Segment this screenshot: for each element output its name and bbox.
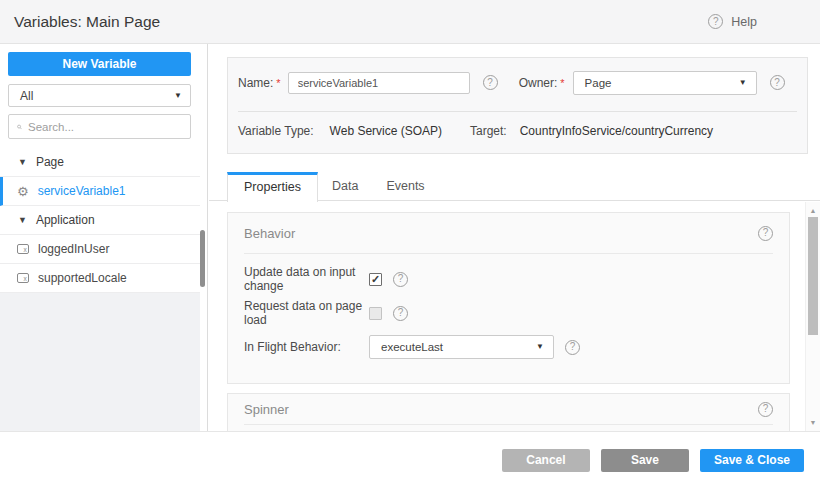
property-label: Request data on page load bbox=[244, 299, 369, 327]
required-asterisk: * bbox=[276, 77, 280, 89]
new-variable-button[interactable]: New Variable bbox=[8, 52, 191, 76]
sidebar-scrollbar-thumb[interactable] bbox=[200, 230, 205, 287]
target-label: Target: bbox=[470, 124, 507, 138]
spinner-help-icon[interactable]: ? bbox=[758, 402, 773, 417]
property-help-icon[interactable]: ? bbox=[393, 306, 408, 321]
page-title: Variables: Main Page bbox=[14, 0, 160, 43]
variable-filter-select[interactable]: All ▼ bbox=[8, 84, 191, 107]
behavior-section: Behavior ? Update data on input change ✓… bbox=[227, 212, 790, 384]
behavior-section-header: Behavior ? bbox=[228, 213, 789, 253]
property-help-icon[interactable]: ? bbox=[393, 272, 408, 287]
sidebar-empty-area bbox=[0, 293, 200, 431]
scroll-up-arrow-icon[interactable]: ▲ bbox=[806, 207, 820, 214]
behavior-help-icon[interactable]: ? bbox=[758, 226, 773, 241]
name-input[interactable] bbox=[288, 72, 470, 94]
chevron-down-icon: ▼ bbox=[739, 79, 747, 87]
search-input[interactable] bbox=[28, 121, 182, 133]
tree-group-application[interactable]: ▼ Application bbox=[0, 206, 200, 235]
behavior-section-title: Behavior bbox=[244, 226, 758, 241]
properties-scroll-area: Behavior ? Update data on input change ✓… bbox=[209, 202, 805, 431]
variable-type-group: Variable Type: Web Service (SOAP) bbox=[238, 124, 470, 138]
search-icon bbox=[17, 121, 22, 133]
save-button[interactable]: Save bbox=[601, 449, 689, 472]
svg-text:x: x bbox=[23, 246, 27, 253]
tree-group-label: Application bbox=[36, 213, 95, 227]
variable-type-label: Variable Type: bbox=[238, 124, 314, 138]
detail-tabs: Properties Data Events bbox=[209, 172, 820, 201]
variable-summary-panel: Name: * ? Owner: * Page ▼ ? Variable Typ… bbox=[227, 57, 808, 154]
property-row-request-data: Request data on page load ? bbox=[244, 296, 773, 330]
filter-value: All bbox=[20, 89, 174, 103]
save-and-close-button[interactable]: Save & Close bbox=[700, 449, 804, 472]
owner-help-icon[interactable]: ? bbox=[770, 75, 785, 90]
chevron-down-icon: ▼ bbox=[174, 92, 182, 100]
tree-group-label: Page bbox=[36, 155, 64, 169]
in-flight-behavior-select[interactable]: executeLast ▼ bbox=[369, 335, 554, 359]
service-variable-icon: ⚙ bbox=[17, 185, 29, 198]
spinner-section-title: Spinner bbox=[244, 402, 758, 417]
tab-events[interactable]: Events bbox=[372, 172, 438, 200]
help-circle-icon: ? bbox=[708, 14, 723, 29]
section-divider bbox=[244, 424, 773, 425]
footer-buttons: Cancel Save Save & Close bbox=[502, 449, 804, 472]
caret-down-icon: ▼ bbox=[18, 157, 27, 167]
svg-text:x: x bbox=[23, 275, 27, 282]
variable-search[interactable] bbox=[8, 114, 191, 139]
behavior-rows: Update data on input change ✓ ? Request … bbox=[228, 254, 789, 364]
tree-item-label: loggedInUser bbox=[38, 242, 109, 256]
variable-tree: ▼ Page ⚙ serviceVariable1 ▼ Application … bbox=[0, 148, 200, 293]
property-help-icon[interactable]: ? bbox=[565, 340, 580, 355]
static-variable-icon: x bbox=[17, 243, 29, 255]
main-scrollbar-thumb[interactable] bbox=[808, 217, 818, 335]
scroll-down-arrow-icon[interactable]: ▼ bbox=[806, 419, 820, 426]
dialog-header: Variables: Main Page ? Help bbox=[0, 0, 820, 44]
owner-label: Owner: bbox=[519, 76, 558, 90]
static-variable-icon: x bbox=[17, 272, 29, 284]
variable-detail-panel: Name: * ? Owner: * Page ▼ ? Variable Typ… bbox=[209, 44, 820, 431]
tree-item-label: supportedLocale bbox=[38, 271, 127, 285]
property-row-update-data: Update data on input change ✓ ? bbox=[244, 262, 773, 296]
variables-sidebar: New Variable All ▼ ▼ Page ⚙ serviceVaria… bbox=[0, 44, 208, 431]
tree-item-servicevariable1[interactable]: ⚙ serviceVariable1 bbox=[0, 177, 200, 206]
help-link[interactable]: ? Help bbox=[708, 0, 757, 43]
variable-type-value: Web Service (SOAP) bbox=[330, 124, 442, 138]
tree-item-loggedinuser[interactable]: x loggedInUser bbox=[0, 235, 200, 264]
update-data-checkbox[interactable]: ✓ bbox=[369, 273, 382, 286]
tree-item-label: serviceVariable1 bbox=[38, 184, 126, 198]
main-scrollbar[interactable]: ▲ ▼ bbox=[805, 202, 820, 431]
spinner-section: Spinner ? bbox=[227, 393, 790, 431]
name-help-icon[interactable]: ? bbox=[483, 75, 498, 90]
cancel-button[interactable]: Cancel bbox=[502, 449, 590, 472]
tree-group-page[interactable]: ▼ Page bbox=[0, 148, 200, 177]
owner-value: Page bbox=[585, 77, 739, 89]
request-data-checkbox[interactable] bbox=[369, 307, 382, 320]
caret-down-icon: ▼ bbox=[18, 215, 27, 225]
target-value: CountryInfoService/countryCurrency bbox=[520, 124, 713, 138]
panel-divider bbox=[238, 111, 797, 112]
name-label: Name: bbox=[238, 76, 273, 90]
property-row-in-flight: In Flight Behavior: executeLast ▼ ? bbox=[244, 330, 773, 364]
variables-dialog: Variables: Main Page ? Help New Variable… bbox=[0, 0, 820, 487]
property-label: Update data on input change bbox=[244, 265, 369, 293]
required-asterisk: * bbox=[560, 77, 564, 89]
in-flight-behavior-value: executeLast bbox=[381, 341, 536, 353]
spinner-section-header: Spinner ? bbox=[228, 394, 789, 424]
tab-data[interactable]: Data bbox=[318, 172, 372, 200]
name-owner-row: Name: * ? Owner: * Page ▼ ? bbox=[238, 70, 797, 95]
owner-select[interactable]: Page ▼ bbox=[573, 71, 757, 95]
tab-properties[interactable]: Properties bbox=[227, 172, 318, 202]
chevron-down-icon: ▼ bbox=[536, 343, 544, 351]
help-label: Help bbox=[731, 15, 757, 29]
type-target-row: Variable Type: Web Service (SOAP) Target… bbox=[238, 124, 797, 138]
property-label: In Flight Behavior: bbox=[244, 340, 369, 354]
dialog-footer: Cancel Save Save & Close bbox=[0, 431, 820, 487]
tree-item-supportedlocale[interactable]: x supportedLocale bbox=[0, 264, 200, 293]
